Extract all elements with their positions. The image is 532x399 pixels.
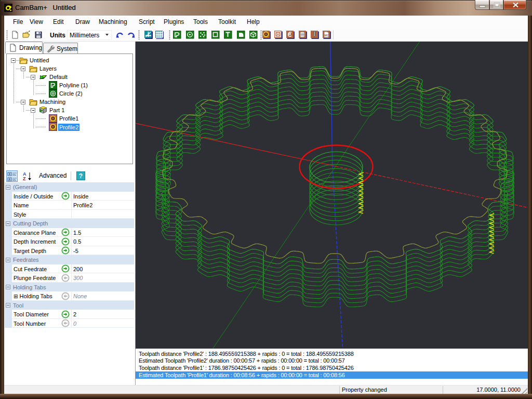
svg-text:MC: MC xyxy=(324,34,328,37)
svg-text:Z: Z xyxy=(23,176,26,181)
